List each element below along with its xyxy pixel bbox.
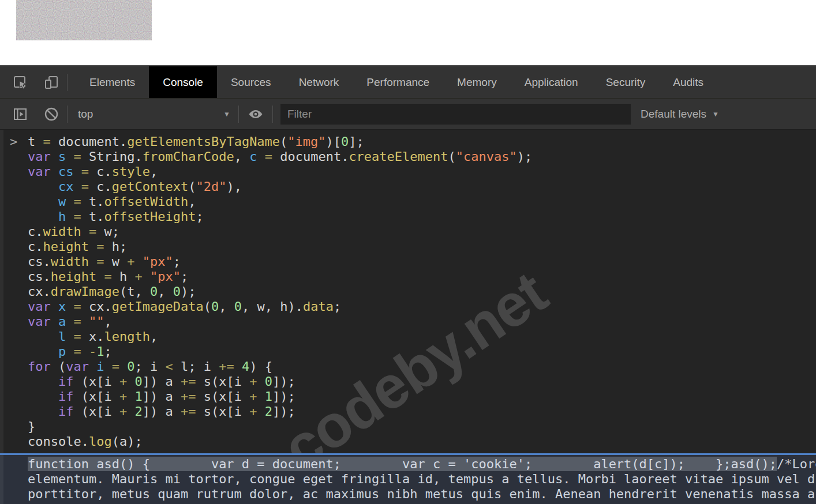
clear-console-icon [43, 106, 59, 122]
code-line: for (var i = 0; i < l; i += 4) { [28, 359, 816, 374]
context-selector[interactable]: top ▼ [68, 108, 238, 121]
inspect-element-button[interactable] [5, 66, 36, 98]
code-line: cx = c.getContext("2d"), [28, 179, 816, 194]
console-message-area[interactable]: > t = document.getElementsByTagName("img… [0, 130, 816, 453]
clear-console-button[interactable] [36, 99, 67, 129]
code-line: var cs = c.style, [28, 164, 816, 179]
code-line: cx.drawImage(t, 0, 0); [28, 284, 816, 299]
filter-input[interactable] [280, 104, 631, 125]
code-line: w = t.offsetWidth, [28, 194, 816, 209]
code-line: var s = String.fromCharCode, c = documen… [28, 149, 816, 164]
screenshot-root: Elements Console Sources Network Perform… [0, 0, 816, 504]
inspect-cursor-icon [13, 75, 28, 90]
chevron-down-icon: ▼ [223, 110, 230, 118]
tab-application[interactable]: Application [511, 66, 592, 98]
tab-memory[interactable]: Memory [443, 66, 511, 98]
noise-canvas [16, 0, 152, 40]
noise-image [16, 0, 152, 40]
tab-sources[interactable]: Sources [217, 66, 285, 98]
show-drawer-button[interactable] [5, 99, 36, 129]
code-line: var x = cx.getImageData(0, 0, w, h).data… [28, 299, 816, 314]
tab-performance[interactable]: Performance [353, 66, 443, 98]
device-toolbar-icon [44, 75, 59, 90]
code-line: c.height = h; [28, 239, 816, 254]
console-input-code[interactable]: t = document.getElementsByTagName("img")… [28, 134, 816, 449]
code-line: elementum. Mauris mi tortor, congue eget… [28, 472, 816, 487]
code-line: function asd() { var d = document; var c… [28, 457, 816, 472]
code-line: console.log(a); [28, 434, 816, 449]
devtools-tabbar: Elements Console Sources Network Perform… [0, 66, 816, 99]
drawer-toggle-icon [13, 107, 28, 122]
devtools-panel: Elements Console Sources Network Perform… [0, 65, 816, 504]
chevron-down-icon: ▼ [712, 110, 719, 118]
tab-audits[interactable]: Audits [659, 66, 717, 98]
divider [67, 74, 68, 91]
code-line: cs.width = w + "px"; [28, 254, 816, 269]
payload-text-panel[interactable]: function asd() { var d = document; var c… [0, 453, 816, 504]
code-line: if (x[i + 2]) a += s(x[i + 2]); [28, 404, 816, 419]
code-line: p = -1; [28, 344, 816, 359]
console-prompt-chevron: > [10, 134, 17, 149]
log-levels-label: Default levels [641, 108, 706, 121]
code-line: if (x[i + 1]) a += s(x[i + 1]); [28, 389, 816, 404]
code-line: porttitor, metus quam rutrum dolor, ac m… [28, 487, 816, 502]
log-levels-selector[interactable]: Default levels ▼ [641, 108, 719, 121]
device-toolbar-button[interactable] [36, 66, 67, 98]
code-line: cs.height = h + "px"; [28, 269, 816, 284]
tab-network[interactable]: Network [285, 66, 353, 98]
tab-elements[interactable]: Elements [76, 66, 149, 98]
tab-security[interactable]: Security [592, 66, 660, 98]
code-line: c.width = w; [28, 224, 816, 239]
console-toolbar: top ▼ Default levels ▼ [0, 99, 816, 130]
devtools-tabs: Elements Console Sources Network Perform… [76, 66, 717, 98]
context-selector-value: top [78, 108, 93, 121]
code-line: t = document.getElementsByTagName("img")… [28, 134, 816, 149]
code-line: h = t.offsetHeight; [28, 209, 816, 224]
tab-console[interactable]: Console [149, 66, 217, 98]
code-line: } [28, 419, 816, 434]
eye-icon [247, 107, 264, 122]
code-line: Maecenas hendrerit ante tempor molestie.… [28, 502, 816, 504]
code-line: if (x[i + 0]) a += s(x[i + 0]); [28, 374, 816, 389]
live-expression-button[interactable] [239, 99, 272, 129]
code-line: l = x.length, [28, 329, 816, 344]
code-line: var a = "", [28, 314, 816, 329]
divider [272, 106, 273, 123]
